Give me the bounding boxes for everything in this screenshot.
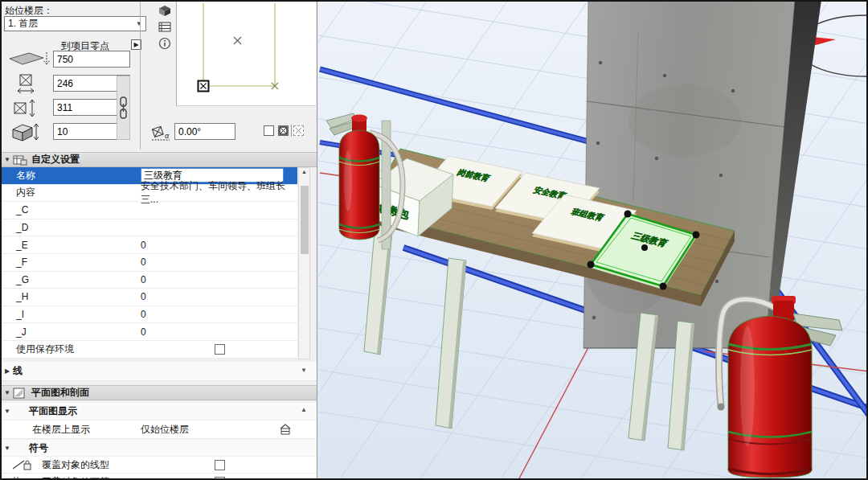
mirror-off-icon[interactable] — [293, 125, 304, 136]
use-saved-environment-row[interactable]: 使用保存环境 — [2, 341, 297, 359]
property-row[interactable]: _J 0 — [2, 323, 297, 341]
pen-icon — [11, 476, 35, 480]
collapse-triangle-icon: ▼ — [2, 408, 13, 415]
scroll-down-icon[interactable]: ▼ — [301, 367, 307, 374]
plan-section-icon — [13, 388, 27, 399]
property-row[interactable]: _H 0 — [2, 289, 297, 306]
override-linetype-row[interactable]: 覆盖对象的线型 — [2, 457, 317, 474]
custom-settings-icon — [13, 154, 27, 166]
app-window: 始位楼层： 1. 首层 ▼ 到项目零点 ▶ — [0, 0, 868, 480]
width-icon — [16, 73, 37, 96]
scroll-up-icon[interactable]: ▲ — [301, 406, 307, 413]
height-icon — [13, 98, 42, 119]
thickness-icon — [10, 121, 42, 144]
rotation-angle-field[interactable] — [174, 123, 235, 140]
custom-properties-table: 名称 三级教育 内容 安全技术部门、车间领导、班组长三... _C _D _E … — [2, 167, 297, 359]
linetype-lock-icon — [11, 458, 35, 471]
override-linetype-checkbox[interactable] — [215, 460, 225, 470]
3d-viewport[interactable]: 岗前教育 安全教育 班组教育 三级教育 — [318, 2, 866, 478]
chain-icon — [118, 95, 129, 121]
svg-text:α: α — [165, 132, 170, 140]
symbol-preview-pane[interactable] — [176, 2, 316, 106]
collapse-triangle-icon: ▼ — [2, 389, 13, 396]
preview-drawing — [177, 2, 317, 106]
section-custom-settings[interactable]: ▼ 自定义设置 — [2, 152, 317, 167]
collapse-triangle-icon: ▼ — [2, 156, 13, 163]
rotate-checkbox[interactable] — [264, 125, 274, 136]
home-story-select[interactable]: 1. 首层 ▼ — [4, 16, 146, 31]
3d-cube-icon[interactable] — [158, 5, 171, 17]
subsection-plan-display[interactable]: ▼ 平面图显示 — [2, 403, 317, 420]
section-plan-and-section[interactable]: ▼ 平面图和剖面 — [2, 385, 317, 400]
link-dimensions-toggle[interactable] — [117, 76, 130, 140]
frames-icon[interactable] — [158, 22, 171, 32]
override-pen-row[interactable]: 覆盖对象的画笔 — [2, 474, 317, 480]
property-row[interactable]: _D — [2, 219, 297, 237]
use-saved-environment-checkbox[interactable] — [215, 344, 225, 355]
rotation-angle-icon: α — [150, 122, 173, 143]
story-building-icon — [278, 423, 293, 436]
collapse-triangle-icon: ▼ — [2, 445, 13, 452]
property-row-content[interactable]: 内容 安全技术部门、车间领导、班组长三... — [2, 185, 297, 203]
divider — [291, 125, 292, 137]
property-row[interactable]: _G 0 — [2, 272, 297, 289]
scroll-up-icon[interactable]: ▲ — [299, 169, 309, 174]
divider — [140, 2, 141, 150]
home-story-value: 1. 首层 — [8, 17, 38, 31]
info-icon[interactable] — [158, 37, 171, 50]
property-row[interactable]: _I 0 — [2, 306, 297, 324]
subsection-symbol[interactable]: ▼ 符号 — [2, 440, 317, 456]
table-scrollbar[interactable]: ▲ — [298, 167, 310, 359]
section-line[interactable]: ▶ 线 — [2, 362, 317, 381]
show-on-stories-row[interactable]: 在楼层上显示 仅始位楼层 — [2, 421, 317, 439]
property-row[interactable]: _E 0 — [2, 236, 297, 254]
elevation-field[interactable] — [53, 51, 130, 68]
settings-panel: 始位楼层： 1. 首层 ▼ 到项目零点 ▶ — [2, 2, 317, 478]
scrollbar-thumb[interactable] — [301, 186, 309, 254]
property-row[interactable]: _F 0 — [2, 254, 297, 272]
override-pen-checkbox[interactable] — [215, 477, 225, 480]
elevation-icon — [6, 49, 50, 72]
expand-triangle-icon: ▶ — [2, 367, 13, 375]
mirror-on-icon[interactable] — [278, 125, 289, 136]
3d-scene: 岗前教育 安全教育 班组教育 三级教育 — [318, 2, 866, 478]
